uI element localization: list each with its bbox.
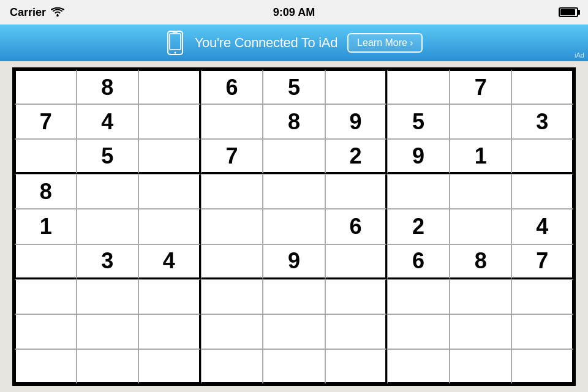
sudoku-cell[interactable]: [138, 314, 201, 349]
sudoku-cell[interactable]: [450, 174, 512, 209]
sudoku-cell[interactable]: [138, 174, 201, 209]
sudoku-cell[interactable]: [387, 279, 450, 314]
sudoku-cell[interactable]: 5: [77, 139, 139, 174]
sudoku-cell[interactable]: [511, 279, 574, 314]
sudoku-cell[interactable]: [201, 314, 263, 349]
sudoku-cell[interactable]: 2: [387, 209, 450, 244]
sudoku-cell[interactable]: [14, 314, 77, 349]
sudoku-grid: 86577489535729181624349687: [12, 67, 576, 386]
sudoku-cell[interactable]: [263, 139, 325, 174]
sudoku-cell[interactable]: [325, 174, 388, 209]
phone-icon: [165, 31, 185, 55]
sudoku-cell[interactable]: [77, 209, 139, 244]
sudoku-cell[interactable]: 4: [138, 244, 201, 279]
sudoku-cell[interactable]: [511, 69, 574, 104]
sudoku-cell[interactable]: [14, 139, 77, 174]
sudoku-cell[interactable]: [387, 349, 450, 384]
sudoku-cell[interactable]: 7: [14, 104, 77, 139]
sudoku-cell[interactable]: 5: [387, 104, 450, 139]
status-right: [559, 7, 578, 17]
status-time: 9:09 AM: [273, 6, 315, 19]
sudoku-cell[interactable]: [77, 174, 139, 209]
sudoku-cell[interactable]: [138, 104, 201, 139]
sudoku-cell[interactable]: 8: [77, 69, 139, 104]
sudoku-cell[interactable]: [201, 349, 263, 384]
learn-more-button[interactable]: Learn More ›: [347, 33, 423, 53]
sudoku-cell[interactable]: [450, 279, 512, 314]
sudoku-cell[interactable]: [14, 349, 77, 384]
sudoku-cell[interactable]: [325, 349, 388, 384]
sudoku-cell[interactable]: [450, 349, 512, 384]
sudoku-cell[interactable]: [387, 174, 450, 209]
sudoku-cell[interactable]: [77, 279, 139, 314]
sudoku-cell[interactable]: [450, 314, 512, 349]
sudoku-cell[interactable]: [14, 69, 77, 104]
sudoku-cell[interactable]: [325, 314, 388, 349]
sudoku-cell[interactable]: 7: [450, 69, 512, 104]
sudoku-cell[interactable]: 1: [450, 139, 512, 174]
sudoku-cell[interactable]: 2: [325, 139, 388, 174]
sudoku-cell[interactable]: [138, 139, 201, 174]
sudoku-cell[interactable]: [387, 314, 450, 349]
sudoku-cell[interactable]: 5: [263, 69, 325, 104]
sudoku-container: 86577489535729181624349687: [0, 61, 588, 392]
sudoku-cell[interactable]: 6: [387, 244, 450, 279]
sudoku-cell[interactable]: 3: [511, 104, 574, 139]
svg-point-0: [56, 15, 59, 17]
sudoku-cell[interactable]: 8: [263, 104, 325, 139]
sudoku-cell[interactable]: [263, 349, 325, 384]
sudoku-cell[interactable]: [201, 279, 263, 314]
sudoku-cell[interactable]: 8: [450, 244, 512, 279]
sudoku-cell[interactable]: [263, 314, 325, 349]
sudoku-cell[interactable]: [263, 209, 325, 244]
sudoku-cell[interactable]: [138, 209, 201, 244]
sudoku-cell[interactable]: [511, 174, 574, 209]
sudoku-cell[interactable]: 7: [201, 139, 263, 174]
iad-text: You're Connected To iAd: [195, 35, 337, 51]
sudoku-cell[interactable]: 6: [325, 209, 388, 244]
status-left: Carrier: [10, 6, 64, 19]
svg-rect-4: [173, 32, 178, 34]
svg-rect-2: [170, 34, 181, 50]
svg-point-3: [174, 52, 176, 54]
iad-banner: You're Connected To iAd Learn More › iAd: [0, 24, 588, 61]
sudoku-cell[interactable]: 6: [201, 69, 263, 104]
sudoku-cell[interactable]: [325, 69, 388, 104]
sudoku-cell[interactable]: 9: [263, 244, 325, 279]
sudoku-cell[interactable]: [201, 104, 263, 139]
sudoku-cell[interactable]: [138, 349, 201, 384]
sudoku-cell[interactable]: [77, 349, 139, 384]
sudoku-cell[interactable]: 9: [325, 104, 388, 139]
sudoku-cell[interactable]: [387, 69, 450, 104]
sudoku-cell[interactable]: [263, 174, 325, 209]
sudoku-cell[interactable]: [201, 174, 263, 209]
iad-label: iAd: [575, 51, 584, 59]
chevron-right-icon: ›: [410, 37, 413, 48]
sudoku-cell[interactable]: [511, 139, 574, 174]
learn-more-label: Learn More: [357, 37, 407, 48]
sudoku-cell[interactable]: [14, 279, 77, 314]
sudoku-cell[interactable]: [77, 314, 139, 349]
sudoku-cell[interactable]: 9: [387, 139, 450, 174]
sudoku-cell[interactable]: [263, 279, 325, 314]
sudoku-cell[interactable]: [138, 279, 201, 314]
sudoku-cell[interactable]: 4: [77, 104, 139, 139]
sudoku-cell[interactable]: [450, 104, 512, 139]
sudoku-cell[interactable]: [201, 244, 263, 279]
wifi-icon: [51, 7, 64, 17]
sudoku-cell[interactable]: [14, 244, 77, 279]
sudoku-cell[interactable]: 8: [14, 174, 77, 209]
sudoku-cell[interactable]: [325, 244, 388, 279]
sudoku-cell[interactable]: [138, 69, 201, 104]
sudoku-cell[interactable]: [511, 314, 574, 349]
status-bar: Carrier 9:09 AM: [0, 0, 588, 24]
sudoku-cell[interactable]: [511, 349, 574, 384]
sudoku-cell[interactable]: 3: [77, 244, 139, 279]
sudoku-cell[interactable]: 1: [14, 209, 77, 244]
sudoku-cell[interactable]: [450, 209, 512, 244]
sudoku-cell[interactable]: [325, 279, 388, 314]
sudoku-cell[interactable]: 7: [511, 244, 574, 279]
sudoku-cell[interactable]: [201, 209, 263, 244]
battery-icon: [559, 7, 578, 17]
sudoku-cell[interactable]: 4: [511, 209, 574, 244]
